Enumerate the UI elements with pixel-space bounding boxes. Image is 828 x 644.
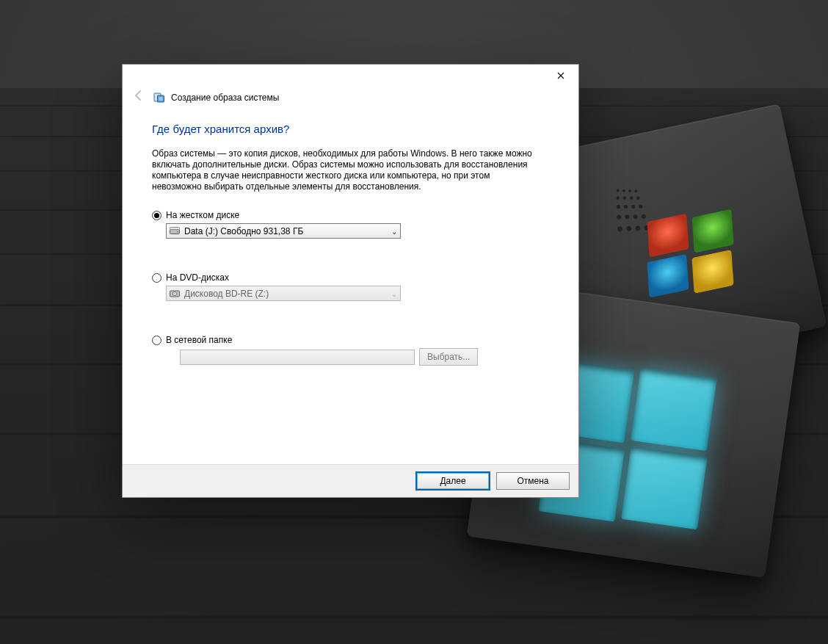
cancel-button[interactable]: Отмена: [496, 472, 570, 490]
svg-rect-29: [170, 227, 180, 229]
hard-disk-select[interactable]: Data (J:) Свободно 931,38 ГБ ⌄: [166, 223, 401, 239]
close-icon: [557, 72, 564, 79]
next-button[interactable]: Далее: [415, 471, 490, 491]
radio-dvd[interactable]: На DVD-дисках: [152, 272, 549, 283]
wizard-footer: Далее Отмена: [123, 464, 578, 497]
system-image-wizard-dialog: Создание образа системы Где будет хранит…: [122, 64, 579, 498]
dvd-drive-select-value: Дисковод BD-RE (Z:): [184, 289, 269, 299]
system-image-icon: [153, 92, 165, 104]
cancel-button-label: Отмена: [517, 476, 548, 486]
svg-rect-26: [159, 97, 163, 101]
option-dvd: На DVD-дисках Дисковод BD-RE (Z:) ⌄: [152, 272, 549, 301]
radio-network-label: В сетевой папке: [166, 335, 232, 345]
option-hard-disk: На жестком диске Data (J:) Свободно 931,…: [152, 210, 549, 239]
next-button-label: Далее: [440, 476, 465, 486]
svg-point-32: [174, 293, 175, 294]
wizard-title: Создание образа системы: [171, 93, 279, 103]
chevron-down-icon: ⌄: [391, 289, 397, 297]
network-path-input[interactable]: [180, 350, 415, 365]
radio-network[interactable]: В сетевой папке: [152, 335, 549, 345]
hard-disk-select-value: Data (J:) Свободно 931,38 ГБ: [184, 226, 303, 236]
option-network: В сетевой папке Выбрать...: [152, 335, 549, 366]
radio-hard-disk-label: На жестком диске: [166, 210, 239, 220]
radio-button-icon: [152, 273, 161, 283]
wizard-header: Создание образа системы: [123, 87, 578, 109]
browse-button-label: Выбрать...: [427, 352, 470, 362]
radio-dvd-label: На DVD-дисках: [166, 272, 229, 283]
close-button[interactable]: [546, 66, 575, 85]
back-button[interactable]: [130, 90, 148, 105]
radio-button-icon: [152, 211, 161, 220]
chevron-down-icon: ⌄: [391, 227, 397, 235]
svg-point-28: [177, 231, 178, 232]
radio-hard-disk[interactable]: На жестком диске: [152, 210, 549, 220]
radio-button-icon: [152, 336, 161, 345]
browse-button[interactable]: Выбрать...: [419, 348, 478, 366]
optical-drive-icon: [170, 289, 180, 298]
titlebar: [123, 65, 578, 87]
wizard-content: Где будет хранится архив? Образ системы …: [123, 109, 578, 464]
arrow-left-icon: [133, 90, 145, 101]
wizard-description: Образ системы — это копия дисков, необхо…: [152, 148, 537, 192]
dvd-drive-select[interactable]: Дисковод BD-RE (Z:) ⌄: [166, 286, 401, 301]
hard-drive-icon: [170, 227, 180, 236]
wizard-headline: Где будет хранится архив?: [152, 123, 549, 135]
